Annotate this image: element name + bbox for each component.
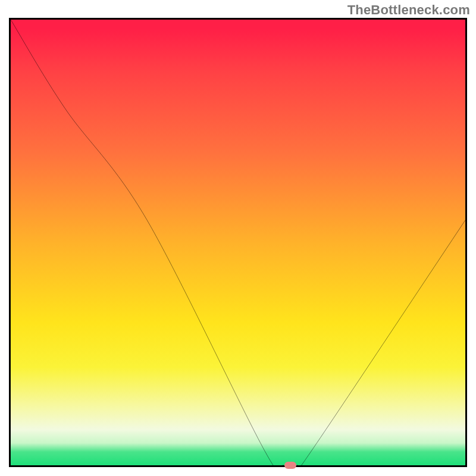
chart-container: TheBottleneck.com <box>0 0 476 476</box>
optimal-point-marker <box>284 462 296 469</box>
plot-area <box>9 18 467 467</box>
bottleneck-curve <box>11 20 465 465</box>
attribution-label: TheBottleneck.com <box>347 2 470 18</box>
